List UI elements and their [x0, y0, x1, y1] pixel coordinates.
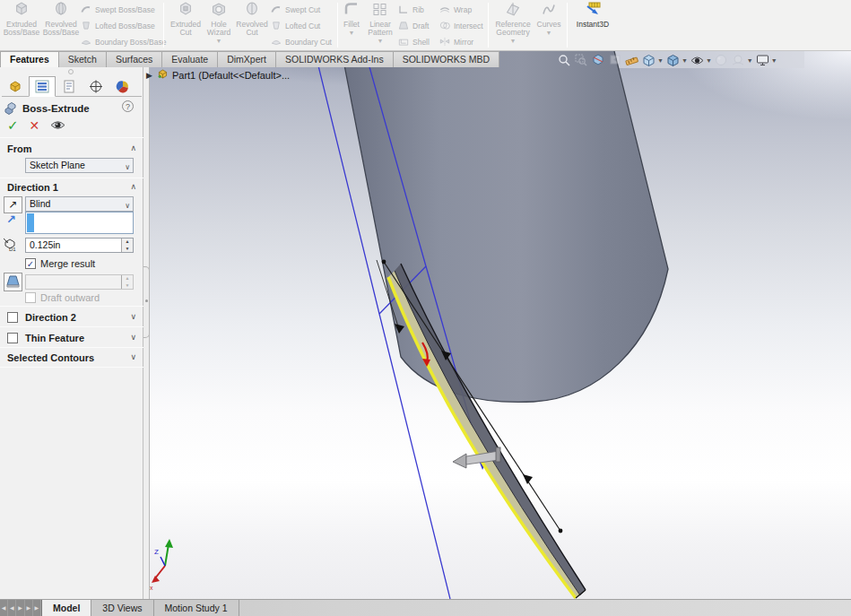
- thin-feature-checkbox[interactable]: ✓: [7, 333, 18, 343]
- view-settings-caret[interactable]: ▼: [771, 57, 777, 64]
- panel-splitter[interactable]: [143, 67, 150, 599]
- sketch-vertex[interactable]: [382, 260, 386, 265]
- tree-expand-arrow-icon[interactable]: ▶: [146, 71, 152, 80]
- swept-boss-base-button[interactable]: Swept Boss/Base: [81, 2, 161, 18]
- apply-scene-icon[interactable]: [732, 53, 745, 67]
- swept-cut-button[interactable]: Swept Cut: [271, 2, 335, 18]
- reverse-direction-button[interactable]: ↗: [4, 196, 22, 213]
- instant3d-button[interactable]: Instant3D: [572, 2, 613, 49]
- from-section-header[interactable]: From ∧: [0, 142, 143, 157]
- hole-wizard-caret[interactable]: ▼: [216, 39, 222, 44]
- spinner-up-icon[interactable]: ▲: [122, 239, 133, 246]
- zoom-to-fit-icon[interactable]: [557, 53, 570, 67]
- 3d-scene[interactable]: Z x: [150, 51, 851, 599]
- end-condition-combobox[interactable]: Blind ∨: [25, 196, 134, 212]
- expand-chevron-icon[interactable]: ∨: [130, 352, 136, 361]
- depth-spinner[interactable]: ▲▼: [121, 239, 133, 252]
- expand-chevron-icon[interactable]: ∨: [130, 312, 136, 321]
- fillet-caret[interactable]: ▼: [349, 30, 355, 36]
- dimxpert-manager-tab[interactable]: [82, 76, 109, 97]
- nav-last-icon[interactable]: ▶: [25, 600, 33, 616]
- reference-geometry-caret[interactable]: ▼: [510, 39, 517, 44]
- curves-caret[interactable]: ▼: [546, 30, 552, 36]
- selected-contours-section-header[interactable]: Selected Contours ∨: [0, 351, 143, 366]
- help-icon[interactable]: ?: [122, 100, 134, 112]
- view-orientation-icon[interactable]: [642, 53, 656, 67]
- view-orientation-caret[interactable]: ▼: [657, 57, 664, 64]
- display-style-caret[interactable]: ▼: [682, 57, 688, 64]
- display-style-icon[interactable]: [666, 53, 680, 67]
- extruded-boss-base-button[interactable]: Extruded Boss/Base: [2, 2, 41, 49]
- sketch-vertex[interactable]: [559, 529, 563, 534]
- tab-solidworks-mbd[interactable]: SOLIDWORKS MBD: [394, 51, 499, 67]
- tab-surfaces[interactable]: Surfaces: [107, 51, 162, 67]
- rib-button[interactable]: Rib: [398, 2, 438, 18]
- extruded-cut-button[interactable]: Extruded Cut: [168, 2, 204, 49]
- motion-study-tab[interactable]: Motion Study 1: [154, 600, 239, 616]
- ok-button[interactable]: ✓: [7, 117, 19, 134]
- direction1-section-header[interactable]: Direction 1 ∧: [0, 180, 143, 195]
- draft-button[interactable]: Draft: [398, 18, 438, 34]
- expand-chevron-icon[interactable]: ∨: [130, 333, 136, 342]
- graphics-viewport[interactable]: Z x ▼ ▼ ▼ ▼ ▼ ▶ Part1 (Def: [150, 51, 851, 599]
- from-combobox[interactable]: Sketch Plane ∨: [25, 158, 134, 173]
- 3d-views-tab[interactable]: 3D Views: [91, 600, 153, 616]
- tab-solidworks-add-ins[interactable]: SOLIDWORKS Add-Ins: [276, 51, 394, 67]
- tab-evaluate[interactable]: Evaluate: [162, 51, 218, 67]
- tab-sketch[interactable]: Sketch: [59, 51, 107, 67]
- collapse-chevron-icon[interactable]: ∧: [130, 182, 136, 191]
- collapse-chevron-icon[interactable]: ∧: [130, 143, 136, 152]
- nav-prev-icon[interactable]: ◀: [8, 600, 16, 616]
- property-manager-tab[interactable]: [29, 76, 56, 97]
- zoom-to-area-icon[interactable]: [574, 53, 587, 67]
- tab-features[interactable]: Features: [0, 51, 59, 67]
- direction-selection-listbox[interactable]: [25, 212, 134, 234]
- direction2-checkbox[interactable]: ✓: [7, 312, 18, 323]
- boundary-boss-base-button[interactable]: Boundary Boss/Base: [81, 34, 161, 50]
- revolved-cut-button[interactable]: Revolved Cut: [234, 2, 270, 49]
- feature-manager-tab[interactable]: [2, 76, 29, 97]
- thin-feature-section-header[interactable]: ✓ Thin Feature ∨: [0, 331, 143, 346]
- section-view-icon[interactable]: [591, 53, 604, 67]
- revolved-boss-base-button[interactable]: Revolved Boss/Base: [41, 2, 81, 49]
- hide-show-items-caret[interactable]: ▼: [706, 57, 712, 64]
- mirror-button[interactable]: Mirror: [439, 34, 486, 50]
- model-tab[interactable]: Model: [42, 600, 91, 616]
- cylinder-body[interactable]: [342, 51, 668, 402]
- tree-root-label[interactable]: Part1 (Default<<Default>...: [172, 70, 290, 81]
- hide-show-items-icon[interactable]: [690, 53, 704, 67]
- sheet-nav-buttons[interactable]: ◀◀▶▶▶: [0, 600, 42, 616]
- shell-button[interactable]: Shell: [398, 34, 438, 50]
- intersect-button[interactable]: Intersect: [439, 18, 486, 34]
- linear-pattern-button[interactable]: Linear Pattern ▼: [364, 2, 396, 49]
- view-settings-icon[interactable]: [756, 53, 769, 67]
- edit-appearance-icon[interactable]: [715, 53, 728, 67]
- merge-result-checkbox[interactable]: ✓: [25, 258, 36, 269]
- wrap-button[interactable]: Wrap: [439, 2, 486, 18]
- panel-resize-grip[interactable]: [68, 69, 74, 74]
- fillet-button[interactable]: Fillet ▼: [339, 2, 364, 49]
- nav-first-icon[interactable]: ◀: [0, 600, 8, 616]
- measure-icon[interactable]: [625, 53, 638, 67]
- display-manager-tab[interactable]: [109, 76, 136, 97]
- curves-button[interactable]: Curves ▼: [534, 2, 563, 49]
- preview-eye-button[interactable]: [50, 120, 65, 132]
- depth-field[interactable]: 0.125in ▲▼: [25, 238, 134, 253]
- lofted-boss-base-button[interactable]: Lofted Boss/Base: [81, 18, 161, 34]
- nav-next-icon[interactable]: ▶: [16, 600, 24, 616]
- merge-result-checkbox-row[interactable]: ✓ Merge result: [25, 257, 95, 270]
- spinner-down-icon[interactable]: ▼: [122, 246, 133, 253]
- previous-view-icon[interactable]: [608, 53, 621, 67]
- cancel-button[interactable]: ✕: [30, 118, 40, 133]
- reference-geometry-button[interactable]: Reference Geometry ▼: [491, 2, 534, 49]
- configuration-manager-tab[interactable]: [56, 76, 82, 97]
- lofted-cut-button[interactable]: Lofted Cut: [271, 18, 335, 34]
- boundary-cut-button[interactable]: Boundary Cut: [271, 34, 335, 50]
- apply-scene-caret[interactable]: ▼: [747, 57, 753, 64]
- nav-more-icon[interactable]: ▶: [33, 600, 41, 616]
- hole-wizard-button[interactable]: Hole Wizard ▼: [204, 2, 234, 49]
- linear-pattern-caret[interactable]: ▼: [378, 39, 384, 44]
- panel-collapse-handle[interactable]: [143, 266, 150, 338]
- tab-dimxpert[interactable]: DimXpert: [218, 51, 276, 67]
- draft-on-off-button[interactable]: [4, 273, 22, 291]
